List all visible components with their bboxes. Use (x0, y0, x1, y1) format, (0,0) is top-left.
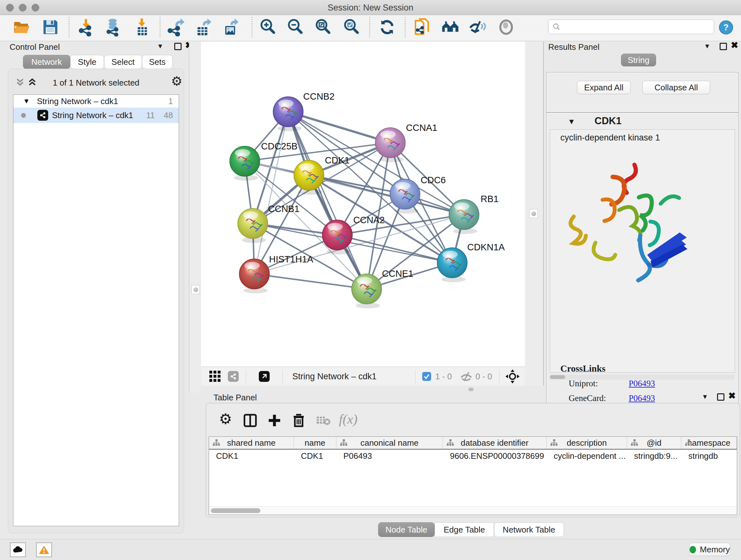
results-hscrollbar-thumb[interactable] (550, 375, 565, 379)
column-header-database-identifier[interactable]: database identifier (443, 437, 547, 449)
cloud-status-button[interactable] (10, 543, 26, 557)
warning-icon (39, 545, 50, 555)
show-all-icon[interactable] (497, 18, 515, 37)
search-field[interactable] (548, 19, 714, 34)
svg-text:CCNA1: CCNA1 (406, 123, 437, 133)
left-splitter[interactable] (189, 42, 201, 393)
first-neighbors-icon[interactable] (441, 18, 460, 37)
tab-string[interactable]: String (621, 54, 656, 66)
zoom-selected-icon[interactable] (342, 18, 361, 37)
table-panel-title: Table Panel (213, 393, 257, 402)
table-panel-close-icon[interactable]: ✖ (728, 393, 736, 399)
column-header-shared-name[interactable]: shared name (209, 437, 294, 449)
column-header-namespace[interactable]: namespace (681, 437, 737, 449)
control-panel-maximize-icon[interactable] (174, 43, 182, 50)
column-header-name[interactable]: name (294, 437, 336, 449)
collection-expand-icon[interactable]: ▼ (23, 97, 30, 105)
column-header-description[interactable]: description (547, 437, 627, 449)
table-cell[interactable]: P06493 (336, 449, 443, 462)
export-table-icon[interactable] (194, 18, 212, 37)
node-table: shared namenamecanonical namedatabase id… (209, 436, 737, 515)
table-cell[interactable]: stringdb:9... (627, 449, 681, 462)
left-splitter-handle[interactable] (192, 285, 200, 294)
collection-name: String Network – cdk1 (37, 97, 118, 106)
hidden-eye-icon[interactable] (460, 371, 472, 382)
network-status-dot (21, 113, 26, 118)
tab-edge-table[interactable]: Edge Table (434, 522, 494, 537)
selected-checkbox-icon[interactable] (422, 372, 431, 381)
results-panel-maximize-icon[interactable] (720, 43, 727, 50)
import-network-database-icon[interactable] (104, 18, 123, 37)
help-icon[interactable]: ? (719, 20, 733, 35)
table-header-row: shared namenamecanonical namedatabase id… (209, 437, 737, 449)
results-panel-float-icon[interactable]: ▾ (705, 42, 709, 51)
network-row-selected[interactable]: String Network – cdk1 11 48 (13, 108, 179, 123)
table-cell[interactable]: CDK1 (209, 449, 294, 462)
birdseye-grid-icon[interactable] (209, 370, 221, 383)
column-header--id[interactable]: @id (627, 437, 681, 449)
network-badge-icon[interactable] (228, 371, 239, 382)
tab-network[interactable]: Network (23, 55, 70, 69)
table-panel-body: ⚙ f(x) shared namenamecanonical namedata… (206, 403, 740, 517)
delete-column-icon[interactable] (292, 413, 306, 428)
memory-label: Memory (700, 545, 730, 555)
results-actions-box: Expand All Collapse All (546, 72, 738, 112)
table-cell[interactable]: cyclin-dependent ... (547, 449, 627, 462)
svg-text:CDK1: CDK1 (325, 155, 349, 165)
network-graph[interactable]: CCNB2CCNA1CDC25BCDK1CDC6RB1CCNB1CCNA2CDK… (201, 42, 525, 367)
tab-sets[interactable]: Sets (142, 55, 173, 69)
add-column-icon[interactable] (267, 414, 281, 428)
gene-collapse-icon[interactable]: ▼ (568, 117, 576, 126)
svg-text:CCNE1: CCNE1 (382, 268, 413, 279)
zoom-fit-icon[interactable] (314, 18, 333, 37)
right-splitter-handle[interactable] (529, 209, 538, 218)
refresh-icon[interactable] (378, 18, 396, 37)
crosslink-value[interactable]: P06493 (629, 379, 655, 388)
tab-style[interactable]: Style (70, 55, 104, 69)
table-panel-maximize-icon[interactable] (717, 393, 724, 401)
show-columns-icon[interactable] (243, 414, 257, 428)
network-selected-summary: 1 of 1 Network selected (8, 78, 184, 88)
new-network-from-selection-icon[interactable] (413, 18, 431, 37)
zoom-out-icon[interactable] (286, 18, 305, 37)
tab-select[interactable]: Select (104, 55, 142, 69)
table-cell[interactable]: 9606.ENSP00000378699 (443, 449, 547, 462)
memory-button[interactable]: Memory (689, 543, 730, 556)
hide-selected-icon[interactable] (468, 18, 487, 37)
tab-network-table[interactable]: Network Table (494, 522, 564, 537)
export-image-icon[interactable] (222, 18, 240, 37)
table-panel-float-icon[interactable]: ▾ (703, 392, 707, 401)
warning-status-button[interactable] (36, 543, 52, 557)
table-hscrollbar-thumb[interactable] (211, 508, 260, 513)
zoom-in-icon[interactable] (259, 18, 277, 37)
collapse-all-button[interactable]: Collapse All (643, 81, 710, 94)
results-panel-close-icon[interactable]: ✖ (731, 42, 738, 49)
search-input[interactable] (561, 22, 702, 32)
gene-section: ▼ CDK1 cyclin-dependent kinase 1 (546, 112, 738, 413)
column-header-canonical-name[interactable]: canonical name (336, 437, 443, 449)
cloud-icon (12, 546, 23, 554)
results-hscrollbar[interactable] (550, 374, 734, 380)
table-hscrollbar[interactable] (209, 506, 737, 515)
toolbar-separator (159, 17, 160, 37)
open-session-icon[interactable] (12, 18, 31, 37)
import-table-icon[interactable] (133, 18, 151, 37)
export-network-icon[interactable] (166, 18, 185, 37)
export-view-icon[interactable] (259, 371, 270, 382)
table-settings-gear-icon[interactable]: ⚙ (219, 412, 232, 426)
table-cell[interactable]: CDK1 (294, 449, 336, 462)
save-session-icon[interactable] (41, 18, 60, 37)
import-network-file-icon[interactable] (77, 18, 96, 37)
table-cell[interactable]: stringdb (681, 449, 737, 462)
svg-text:?: ? (724, 23, 729, 32)
fit-content-crosshair-icon[interactable] (505, 369, 520, 384)
network-canvas[interactable]: CCNB2CCNA1CDC25BCDK1CDC6RB1CCNB1CCNA2CDK… (201, 42, 525, 367)
control-panel-float-icon[interactable]: ▾ (158, 42, 162, 51)
expand-all-button[interactable]: Expand All (577, 81, 630, 94)
right-splitter[interactable] (525, 42, 544, 386)
horizontal-splitter-handle[interactable] (468, 388, 474, 391)
table-row[interactable]: CDK1CDK1P064939606.ENSP00000378699cyclin… (209, 449, 737, 462)
network-collection-row[interactable]: ▼ String Network – cdk1 1 (13, 95, 179, 108)
tab-node-table[interactable]: Node Table (378, 522, 434, 537)
network-options-gear-icon[interactable]: ⚙ (171, 75, 183, 87)
